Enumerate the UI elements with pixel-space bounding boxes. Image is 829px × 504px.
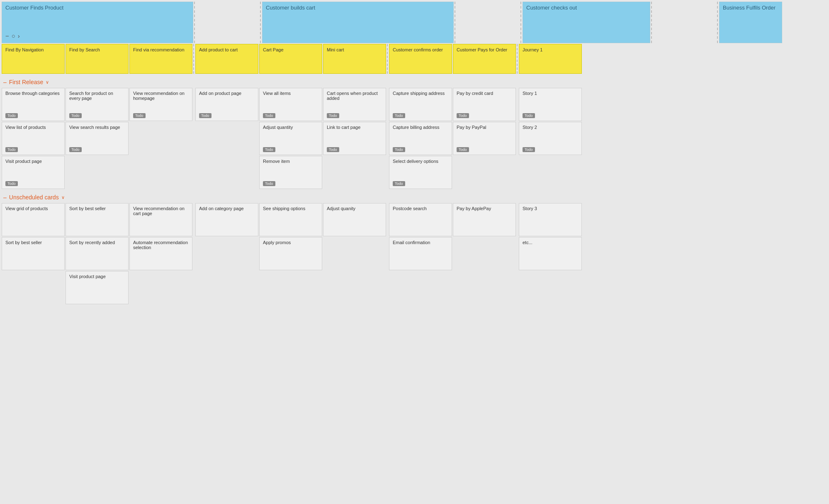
epic-customer-builds-cart[interactable]: Customer builds cart (262, 2, 454, 43)
story-title: Cart Page (263, 47, 284, 52)
dash-icon: – (3, 79, 7, 85)
story-journey-1[interactable]: Journey 1 (519, 44, 582, 74)
todo-badge: Todo (393, 181, 405, 186)
story-title: Journey 1 (523, 47, 542, 52)
story-find-by-navigation[interactable]: Find By Navigation (2, 44, 65, 74)
card-sort-recently-added[interactable]: Sort by recently added (66, 237, 129, 270)
card-story-3[interactable]: Story 3 (519, 203, 582, 236)
card-title: Automate recommendation selection (133, 240, 189, 250)
card-title: View recommendation on homepage (133, 91, 189, 101)
card-pay-applepay[interactable]: Pay by ApplePay (453, 203, 516, 236)
col-mini-cart: Cart opens when product added Todo Link … (323, 88, 386, 155)
divider (455, 2, 456, 43)
dash-icon: – (3, 194, 7, 201)
section-label: Unscheduled cards (9, 194, 59, 201)
card-title: Visit product page (69, 274, 125, 279)
todo-badge: Todo (263, 181, 275, 186)
card-title: Adjust quantity (263, 125, 318, 130)
card-visit-product-page[interactable]: Visit product page Todo (2, 156, 65, 189)
story-cart-page[interactable]: Cart Page (259, 44, 322, 74)
col-payment: Pay by credit card Todo Pay by PayPal To… (453, 88, 516, 155)
todo-badge: Todo (393, 147, 405, 152)
card-story-1[interactable]: Story 1 Todo (519, 88, 582, 121)
card-remove-item[interactable]: Remove item Todo (259, 156, 322, 189)
card-cart-opens[interactable]: Cart opens when product added Todo (323, 88, 386, 121)
card-add-category[interactable]: Add on category page (195, 203, 258, 236)
chevron-down-icon[interactable]: ∨ (46, 80, 49, 85)
story-title: Customer Pays for Order (457, 47, 507, 52)
card-title: Visit product page (5, 159, 61, 164)
card-apply-promos[interactable]: Apply promos (259, 237, 322, 270)
todo-badge: Todo (457, 113, 469, 118)
card-pay-paypal[interactable]: Pay by PayPal Todo (453, 122, 516, 155)
card-story-2[interactable]: Story 2 Todo (519, 122, 582, 155)
todo-badge: Todo (327, 147, 339, 152)
card-view-search-results[interactable]: View search results page Todo (66, 122, 129, 155)
story-title: Find via recommendation (133, 47, 185, 52)
card-browse-categories[interactable]: Browse through categories Todo (2, 88, 65, 121)
card-pay-credit-card[interactable]: Pay by credit card Todo (453, 88, 516, 121)
card-title: Pay by PayPal (457, 125, 512, 130)
story-mini-cart[interactable]: Mini cart (323, 44, 386, 74)
chevron-down-icon[interactable]: ∨ (61, 195, 65, 200)
epic-title: Customer Finds Product (5, 5, 63, 11)
card-capture-billing[interactable]: Capture billing address Todo (389, 122, 452, 155)
card-title: Email confirmation (393, 240, 448, 245)
story-title: Find by Search (69, 47, 100, 52)
card-title: View list of products (5, 125, 61, 130)
card-title: Sort by best seller (69, 206, 125, 211)
card-view-grid-products[interactable]: View grid of products (2, 203, 65, 236)
unscheduled-header: – Unscheduled cards ∨ (2, 191, 827, 203)
card-title: Browse through categories (5, 91, 61, 96)
divider (651, 2, 652, 43)
empty-col (653, 2, 716, 43)
todo-badge: Todo (263, 113, 275, 118)
card-see-shipping[interactable]: See shipping options (259, 203, 322, 236)
story-find-by-search[interactable]: Find by Search (66, 44, 129, 74)
card-visit-product-page-2[interactable]: Visit product page (66, 271, 129, 304)
epic-customer-checks-out[interactable]: Customer checks out (523, 2, 650, 43)
card-rec-cart-page[interactable]: View recommendation on cart page (129, 203, 192, 236)
card-link-to-cart[interactable]: Link to cart page Todo (323, 122, 386, 155)
card-title: Search for product on every page (69, 91, 125, 101)
card-view-list-products[interactable]: View list of products Todo (2, 122, 65, 155)
col-find-navigation: Browse through categories Todo View list… (2, 88, 65, 189)
epic-title: Customer builds cart (266, 5, 315, 11)
col-unsch-stories: Story 3 etc... (519, 203, 582, 270)
card-recommendation-homepage[interactable]: View recommendation on homepage Todo (129, 88, 192, 121)
todo-badge: Todo (327, 113, 339, 118)
todo-badge: Todo (69, 147, 82, 152)
card-title: Adjust quanity (327, 206, 382, 211)
card-title: Pay by ApplePay (457, 206, 512, 211)
card-search-every-page[interactable]: Search for product on every page Todo (66, 88, 129, 121)
card-automate-rec[interactable]: Automate recommendation selection (129, 237, 192, 270)
card-sort-best-seller-1[interactable]: Sort by best seller (2, 237, 65, 270)
card-adjust-quantity[interactable]: Adjust quantity Todo (259, 122, 322, 155)
card-email-confirmation[interactable]: Email confirmation (389, 237, 452, 270)
story-find-via-recommendation[interactable]: Find via recommendation (129, 44, 192, 74)
col-unsch-payment: Pay by ApplePay (453, 203, 516, 236)
first-release-cards: Browse through categories Todo View list… (2, 88, 827, 189)
epic-business-fulfils-order[interactable]: Business Fulfils Order (719, 2, 782, 43)
arrow-icon: › (18, 32, 20, 39)
card-view-all-items[interactable]: View all items Todo (259, 88, 322, 121)
card-etc[interactable]: etc... (519, 237, 582, 270)
story-customer-pays[interactable]: Customer Pays for Order (453, 44, 516, 74)
col-unsch-nav: View grid of products Sort by best selle… (2, 203, 65, 270)
card-capture-shipping[interactable]: Capture shipping address Todo (389, 88, 452, 121)
card-title: View recommendation on cart page (133, 206, 189, 216)
card-select-delivery[interactable]: Select delivery options Todo (389, 156, 452, 189)
card-title: Link to cart page (327, 125, 382, 130)
todo-badge: Todo (457, 147, 469, 152)
todo-badge: Todo (133, 113, 146, 118)
card-adjust-quanity[interactable]: Adjust quanity (323, 203, 386, 236)
card-title: View all items (263, 91, 318, 96)
epic-customer-finds-product[interactable]: Customer Finds Product − ○ › (2, 2, 193, 43)
story-add-product-to-cart[interactable]: Add product to cart (195, 44, 258, 74)
story-customer-confirms-order[interactable]: Customer confirms order (389, 44, 452, 74)
col-add-product: Add on product page Todo (195, 88, 258, 121)
card-sort-best-seller-2[interactable]: Sort by best seller (66, 203, 129, 236)
card-add-on-product-page[interactable]: Add on product page Todo (195, 88, 258, 121)
card-postcode-search[interactable]: Postcode search (389, 203, 452, 236)
board: Customer Finds Product − ○ › Customer bu… (0, 0, 829, 308)
